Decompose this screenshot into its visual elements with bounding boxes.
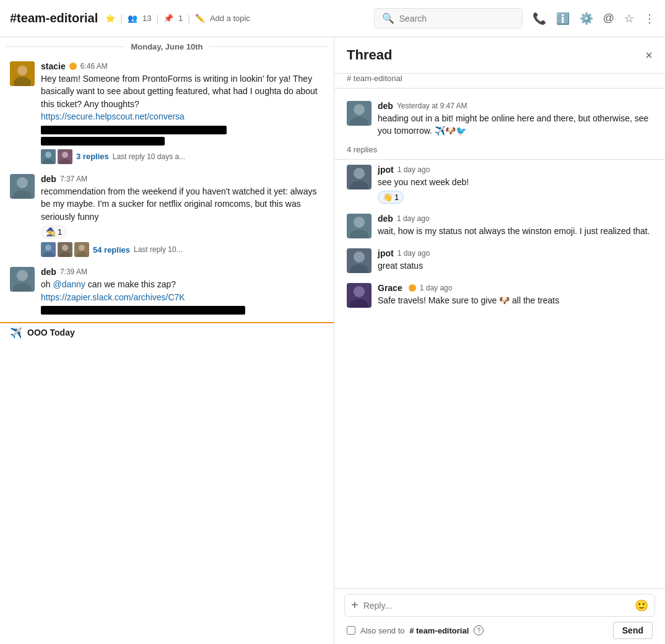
dog-emoji: 🐶 bbox=[499, 295, 510, 305]
pins-icon: 📌 bbox=[163, 14, 173, 23]
avatar-deb-1 bbox=[10, 174, 35, 199]
msg-text-deb-2: oh @danny can we make this zap? https://… bbox=[41, 278, 324, 303]
thread-reply-jpot-2-author: jpot bbox=[378, 248, 394, 258]
msg-link-stacie[interactable]: https://secure.helpscout.net/conversa bbox=[41, 111, 185, 121]
info-icon[interactable]: ℹ️ bbox=[556, 12, 570, 25]
reply-avatar-deb-1a bbox=[41, 242, 56, 257]
top-bar-meta: ⭐ | 👥 13 | 📌 1 | ✏️ Add a topic bbox=[105, 14, 250, 24]
msg-header-deb-2: deb 7:39 AM bbox=[41, 267, 324, 277]
at-icon[interactable]: @ bbox=[603, 12, 614, 25]
thread-reply-deb-time: 1 day ago bbox=[397, 214, 430, 223]
svg-point-37 bbox=[354, 286, 365, 297]
svg-point-25 bbox=[354, 104, 365, 115]
msg-redacted-3 bbox=[41, 306, 245, 315]
message-deb-1: deb 7:37 AM recommendation from the week… bbox=[0, 169, 334, 262]
thread-reaction-emoji-jpot-1: 👋 bbox=[383, 193, 393, 202]
svg-point-4 bbox=[45, 152, 51, 158]
thread-reply-deb-header: deb 1 day ago bbox=[378, 214, 653, 224]
reply-avatars-deb-1 bbox=[41, 242, 89, 257]
thread-reply-deb-content: deb 1 day ago wait, how is my status not… bbox=[378, 214, 653, 238]
message-stacie: stacie 6:46 AM Hey team! Someone from Pr… bbox=[0, 56, 334, 169]
thread-reply-jpot-2-header: jpot 1 day ago bbox=[378, 248, 653, 258]
members-count: 13 bbox=[142, 14, 151, 23]
thread-original-header: deb Yesterday at 9:47 AM bbox=[378, 101, 653, 111]
reply-count-deb-1[interactable]: 54 replies bbox=[93, 245, 130, 255]
also-send-channel: # team-editorial bbox=[409, 626, 469, 635]
replies-row-stacie: 3 replies Last reply 10 days a... bbox=[41, 149, 324, 164]
date-separator: Monday, June 10th bbox=[0, 37, 334, 56]
msg-redacted-1a bbox=[41, 126, 227, 134]
thread-reply-jpot-2-time: 1 day ago bbox=[398, 249, 430, 258]
header-icons: 🔍 📞 ℹ️ ⚙️ @ ☆ ⋮ bbox=[374, 8, 655, 28]
thread-reply-grace-text: Safe travels! Make sure to give 🐶 all th… bbox=[378, 294, 653, 307]
more-icon[interactable]: ⋮ bbox=[644, 12, 655, 25]
reply-meta-stacie: Last reply 10 days a... bbox=[113, 152, 185, 161]
members-icon: 👥 bbox=[128, 14, 137, 23]
thread-panel: Thread × # team-editorial deb Yesterday … bbox=[334, 37, 665, 644]
reaction-deb-1[interactable]: 🧙 1 bbox=[41, 225, 67, 238]
search-bar[interactable]: 🔍 bbox=[374, 8, 523, 28]
star-icon[interactable]: ⭐ bbox=[105, 14, 115, 23]
grace-status-dot bbox=[409, 284, 416, 292]
search-input[interactable] bbox=[399, 14, 515, 24]
reaction-count-deb-1: 1 bbox=[58, 227, 62, 237]
msg-text-stacie: Hey team! Someone from ProntoForms is wr… bbox=[41, 72, 324, 123]
thread-close-button[interactable]: × bbox=[645, 48, 653, 63]
thread-reply-grace-content: Grace 1 day ago Safe travels! Make sure … bbox=[378, 283, 653, 308]
star-header-icon[interactable]: ☆ bbox=[624, 12, 634, 25]
reply-count-stacie[interactable]: 3 replies bbox=[76, 152, 109, 161]
thread-reaction-count-jpot-1: 1 bbox=[394, 193, 399, 202]
thread-reply-jpot-2-content: jpot 1 day ago great status bbox=[378, 248, 653, 273]
msg-author-deb-1: deb bbox=[41, 174, 56, 184]
mention-danny[interactable]: @danny bbox=[53, 279, 85, 289]
thread-reply-jpot-1-text: see you next week deb! bbox=[378, 176, 653, 188]
stacie-status-dot bbox=[69, 63, 77, 70]
thread-reply-grace-time: 1 day ago bbox=[420, 284, 453, 292]
thread-title: Thread bbox=[347, 47, 645, 63]
thread-reply-deb-author: deb bbox=[378, 214, 393, 224]
pins-count: 1 bbox=[178, 14, 183, 23]
also-send-checkbox[interactable] bbox=[347, 626, 355, 635]
thread-original-author: deb bbox=[378, 101, 393, 111]
channel-title: #team-editorial bbox=[10, 11, 98, 25]
thread-reply-grace-author: Grace bbox=[378, 283, 402, 293]
phone-icon[interactable]: 📞 bbox=[532, 12, 546, 25]
msg-link-deb-2[interactable]: https://zapier.slack.com/archives/C7K bbox=[41, 292, 185, 302]
settings-icon[interactable]: ⚙️ bbox=[580, 12, 593, 25]
msg-time-stacie: 6:46 AM bbox=[80, 62, 108, 71]
svg-point-31 bbox=[354, 217, 365, 228]
msg-header-deb-1: deb 7:37 AM bbox=[41, 174, 324, 184]
svg-point-16 bbox=[62, 245, 68, 251]
main-layout: Monday, June 10th stacie 6:46 AM bbox=[0, 37, 665, 644]
thread-header: Thread × bbox=[334, 37, 665, 74]
reaction-emoji-deb-1: 🧙 bbox=[46, 227, 56, 237]
reply-avatar-deb-1b bbox=[58, 242, 72, 257]
top-bar: #team-editorial ⭐ | 👥 13 | 📌 1 | ✏️ Add … bbox=[0, 0, 665, 37]
message-deb-2: deb 7:39 AM oh @danny can we make this z… bbox=[0, 262, 334, 322]
channel-panel: Monday, June 10th stacie 6:46 AM bbox=[0, 37, 334, 644]
thread-reaction-jpot-1[interactable]: 👋 1 bbox=[378, 191, 404, 204]
thread-original-text: heading out in a bit! might be online he… bbox=[378, 112, 653, 137]
thread-replies-count: 4 replies bbox=[334, 142, 665, 160]
svg-point-10 bbox=[17, 177, 28, 188]
msg-content-stacie: stacie 6:46 AM Hey team! Someone from Pr… bbox=[41, 61, 324, 164]
ooo-label: OOO Today bbox=[27, 328, 75, 337]
send-button[interactable]: Send bbox=[613, 622, 653, 639]
msg-time-deb-1: 7:37 AM bbox=[60, 175, 87, 183]
reply-emoji-button[interactable]: 🙂 bbox=[635, 599, 648, 612]
reply-input[interactable] bbox=[363, 601, 630, 611]
reply-add-button[interactable]: + bbox=[351, 598, 359, 612]
svg-point-1 bbox=[17, 66, 27, 76]
ooo-icon: ✈️ bbox=[10, 327, 22, 339]
avatar-stacie bbox=[10, 61, 35, 86]
add-topic-label[interactable]: Add a topic bbox=[210, 14, 250, 23]
msg-time-deb-2: 7:39 AM bbox=[60, 268, 87, 276]
avatar-deb-2 bbox=[10, 267, 35, 292]
msg-content-deb-2: deb 7:39 AM oh @danny can we make this z… bbox=[41, 267, 324, 317]
svg-point-28 bbox=[354, 168, 365, 179]
add-topic-icon: ✏️ bbox=[195, 14, 205, 23]
thread-channel: # team-editorial bbox=[334, 74, 665, 89]
reply-avatar-1 bbox=[41, 149, 56, 164]
thread-reply-jpot-1: jpot 1 day ago see you next week deb! 👋 … bbox=[334, 160, 665, 209]
help-icon[interactable]: ? bbox=[474, 625, 484, 635]
